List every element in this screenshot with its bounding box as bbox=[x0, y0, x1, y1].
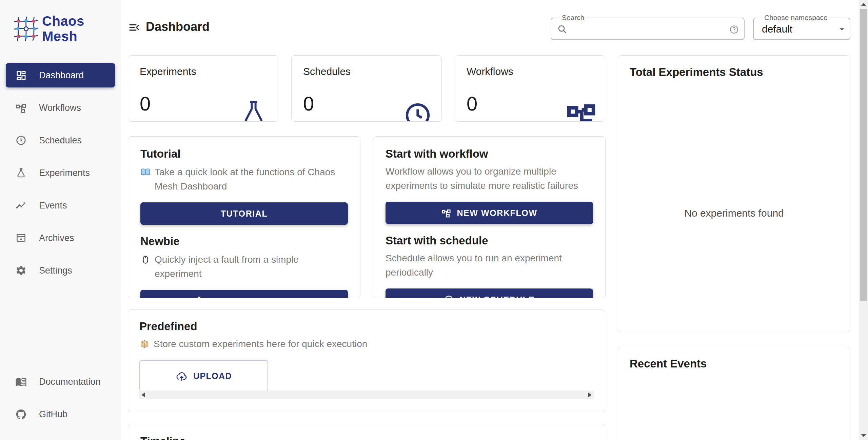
clock-icon bbox=[403, 100, 433, 122]
experiments-stat-card: Experiments 0 bbox=[128, 55, 278, 122]
tutorial-button[interactable]: TUTORIAL bbox=[140, 202, 348, 225]
recent-events-card: Recent Events bbox=[618, 347, 850, 440]
workflow-icon bbox=[15, 102, 27, 114]
predefined-text: Store custom experiments here for quick … bbox=[154, 337, 367, 351]
button-label: TUTORIAL bbox=[221, 209, 268, 219]
namespace-select-label: Choose namespace bbox=[762, 14, 830, 22]
total-experiments-status-card: Total Experiments Status No experiments … bbox=[618, 55, 850, 332]
gear-icon bbox=[15, 265, 27, 276]
sidebar-item-label: GitHub bbox=[39, 409, 67, 420]
workflow-icon bbox=[565, 99, 597, 122]
app-logo[interactable]: Chaos Mesh bbox=[0, 0, 121, 44]
events-icon bbox=[15, 200, 27, 211]
github-icon bbox=[15, 408, 27, 420]
search-field: Search bbox=[551, 18, 745, 40]
sidebar-item-label: Workflows bbox=[39, 103, 81, 113]
sidebar-item-github[interactable]: GitHub bbox=[6, 402, 115, 426]
flask-icon bbox=[15, 167, 27, 179]
clock-icon bbox=[15, 135, 27, 146]
sidebar-item-schedules[interactable]: Schedules bbox=[6, 128, 115, 153]
predefined-card: Predefined Store custom experiments here… bbox=[128, 309, 605, 412]
scroll-down-arrow-icon[interactable] bbox=[861, 434, 866, 437]
open-book-emoji-icon bbox=[140, 167, 151, 177]
namespace-select[interactable]: Choose namespace default bbox=[753, 18, 850, 40]
predefined-heading: Predefined bbox=[139, 320, 594, 333]
flask-icon bbox=[239, 99, 268, 122]
stat-title: Experiments bbox=[140, 66, 267, 77]
book-icon bbox=[15, 376, 27, 387]
sidebar-item-archives[interactable]: Archives bbox=[6, 226, 115, 250]
sidebar-item-settings[interactable]: Settings bbox=[6, 258, 115, 283]
recent-events-heading: Recent Events bbox=[630, 357, 839, 370]
clock-icon bbox=[444, 295, 454, 298]
search-icon bbox=[557, 24, 568, 35]
scroll-up-arrow-icon[interactable] bbox=[861, 3, 866, 6]
schedules-stat-card: Schedules 0 bbox=[291, 55, 442, 122]
package-emoji-icon bbox=[139, 339, 150, 349]
newbie-heading: Newbie bbox=[140, 235, 348, 248]
scroll-left-arrow-icon[interactable] bbox=[142, 392, 145, 398]
chaos-mesh-logo-icon bbox=[14, 16, 39, 41]
sidebar-item-label: Archives bbox=[39, 233, 74, 243]
flask-icon bbox=[194, 296, 204, 298]
app-title: Chaos Mesh bbox=[42, 14, 121, 44]
button-label: NEW WORKFLOW bbox=[457, 208, 537, 218]
sidebar-item-workflows[interactable]: Workflows bbox=[6, 96, 115, 120]
predefined-horizontal-scrollbar[interactable] bbox=[139, 391, 594, 399]
no-experiments-message: No experiments found bbox=[618, 207, 850, 219]
start-with-workflow-card: Start with workflow Workflow allows you … bbox=[373, 136, 606, 298]
timeline-heading: Timeline bbox=[140, 435, 593, 440]
start-schedule-text: Schedule allows you to run an experiment… bbox=[386, 251, 593, 280]
button-label: UPLOAD bbox=[193, 371, 232, 381]
workflows-stat-card: Workflows 0 bbox=[455, 55, 605, 122]
sidebar-bottom-nav: Documentation GitHub bbox=[0, 369, 121, 435]
sidebar: Chaos Mesh Dashboard Work bbox=[0, 0, 121, 440]
scroll-right-arrow-icon[interactable] bbox=[588, 392, 591, 398]
mouse-emoji-icon bbox=[140, 255, 151, 265]
scrollbar-thumb[interactable] bbox=[860, 9, 867, 301]
status-heading: Total Experiments Status bbox=[630, 66, 839, 79]
search-input[interactable] bbox=[571, 20, 722, 39]
sidebar-item-experiments[interactable]: Experiments bbox=[6, 161, 115, 185]
sidebar-item-label: Settings bbox=[39, 265, 72, 276]
stat-title: Workflows bbox=[467, 66, 593, 77]
page-scrollbar[interactable] bbox=[859, 0, 868, 440]
sidebar-item-documentation[interactable]: Documentation bbox=[6, 369, 115, 394]
start-workflow-text: Workflow allows you to organize multiple… bbox=[386, 164, 593, 193]
sidebar-item-label: Events bbox=[39, 200, 67, 211]
sidebar-nav: Dashboard Workflows Schedules bbox=[0, 44, 121, 283]
chevron-down-icon bbox=[837, 24, 847, 34]
archive-icon bbox=[15, 232, 27, 244]
sidebar-item-dashboard[interactable]: Dashboard bbox=[6, 63, 115, 87]
sidebar-item-events[interactable]: Events bbox=[6, 193, 115, 218]
workflow-icon bbox=[441, 208, 451, 218]
tutorial-text: Take a quick look at the functions of Ch… bbox=[155, 165, 348, 194]
help-icon[interactable] bbox=[729, 24, 739, 35]
start-workflow-heading: Start with workflow bbox=[386, 147, 593, 160]
button-label: NEW EXPERIMENT bbox=[210, 296, 294, 299]
newbie-text: Quickly inject a fault from a simple exp… bbox=[155, 253, 348, 281]
sidebar-item-label: Schedules bbox=[39, 135, 82, 146]
cloud-upload-icon bbox=[176, 370, 188, 382]
dashboard-icon bbox=[15, 69, 27, 81]
start-schedule-heading: Start with schedule bbox=[386, 234, 593, 247]
new-experiment-button[interactable]: NEW EXPERIMENT bbox=[140, 290, 348, 298]
namespace-select-value: default bbox=[762, 23, 792, 35]
page-title: Dashboard bbox=[146, 20, 210, 34]
menu-open-icon[interactable] bbox=[128, 21, 141, 34]
sidebar-item-label: Documentation bbox=[39, 377, 101, 387]
tutorial-heading: Tutorial bbox=[140, 147, 348, 160]
stat-title: Schedules bbox=[303, 66, 430, 77]
new-workflow-button[interactable]: NEW WORKFLOW bbox=[386, 202, 593, 224]
button-label: NEW SCHEDULE bbox=[459, 295, 535, 299]
upload-button[interactable]: UPLOAD bbox=[139, 360, 268, 392]
chaos-mesh-dashboard: Chaos Mesh Dashboard Work bbox=[0, 0, 868, 440]
sidebar-item-label: Dashboard bbox=[39, 70, 84, 81]
timeline-card: Timeline bbox=[128, 424, 605, 440]
tutorial-card: Tutorial Take a quick look at the functi… bbox=[128, 136, 360, 298]
sidebar-item-label: Experiments bbox=[39, 168, 90, 178]
new-schedule-button[interactable]: NEW SCHEDULE bbox=[386, 288, 593, 298]
